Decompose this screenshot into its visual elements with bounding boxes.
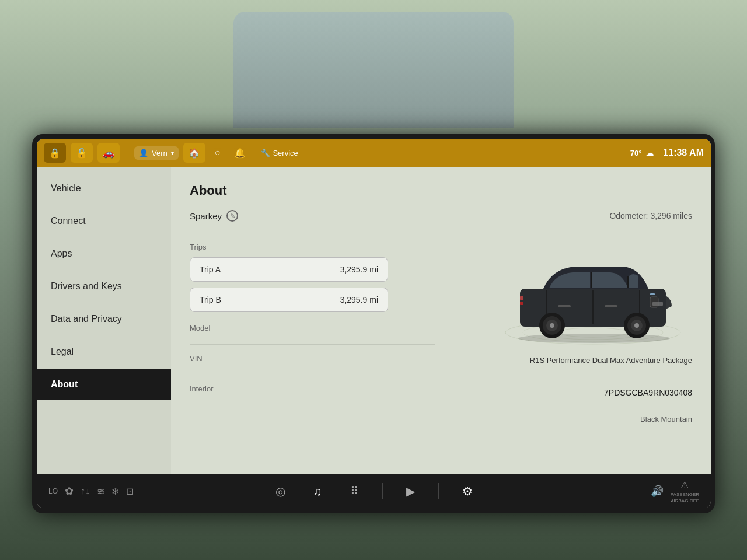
lock-button[interactable]: 🔒	[44, 143, 66, 163]
music-icon[interactable]: ♫	[309, 480, 327, 503]
sidebar-item-legal[interactable]: Legal	[37, 336, 171, 368]
settings-icon[interactable]: ⚙	[458, 480, 477, 503]
service-label: Service	[273, 149, 298, 158]
trip-a-value: 3,295.9 mi	[340, 265, 378, 274]
model-info-right: R1S Performance Dual Max Adventure Packa…	[530, 356, 692, 365]
apps-grid-icon[interactable]: ⠿	[345, 480, 364, 503]
bottom-right: 🔊 ⚠ PASSENGER AIRBAG OFF	[651, 480, 699, 503]
clock: 11:38 AM	[663, 148, 704, 158]
wrench-icon: 🔧	[261, 149, 270, 158]
bell-icon: 🔔	[234, 148, 246, 158]
volume-icon[interactable]: 🔊	[651, 485, 664, 498]
sidebar-item-connect[interactable]: Connect	[37, 205, 171, 237]
model-label: Model	[190, 324, 435, 332]
window-icon[interactable]: ⊡	[126, 486, 134, 497]
navigation-icon[interactable]: ◎	[271, 480, 290, 503]
svg-point-25	[518, 334, 670, 343]
lo-label: LO	[48, 487, 58, 495]
interior-value: Black Mountain	[640, 415, 692, 424]
home-button[interactable]: 🏠	[183, 143, 205, 163]
car-icon: 🚗	[103, 148, 114, 159]
svg-rect-20	[650, 293, 655, 295]
main-screen: 🔒 🔓 🚗 👤 Vern ▾ 🏠 ○ 🔔 🔧 Service 70° ☁	[37, 139, 711, 508]
weather-icon: ☁	[646, 149, 654, 158]
content-two-col: Trips Trip A 3,295.9 mi Trip B 3,295.9 m…	[190, 233, 692, 424]
airbag-warning: ⚠ PASSENGER AIRBAG OFF	[671, 480, 699, 503]
vin-label: VIN	[190, 354, 435, 363]
user-icon: 👤	[139, 149, 148, 158]
svg-rect-11	[605, 305, 617, 307]
trips-label: Trips	[190, 243, 435, 251]
car-button[interactable]: 🚗	[97, 143, 120, 163]
top-bar: 🔒 🔓 🚗 👤 Vern ▾ 🏠 ○ 🔔 🔧 Service 70° ☁	[37, 139, 711, 167]
trips-container: Trip A 3,295.9 mi Trip B 3,295.9 mi	[190, 257, 388, 312]
service-button[interactable]: 🔧 Service	[255, 146, 303, 160]
interior-label: Interior	[190, 384, 435, 393]
airbag-icon: ⚠	[680, 480, 689, 491]
svg-point-19	[634, 323, 639, 328]
main-content: Vehicle Connect Apps Drivers and Keys Da…	[37, 167, 711, 474]
svg-rect-23	[520, 302, 523, 305]
trip-b-value: 3,295.9 mi	[340, 295, 378, 304]
content-panel: About Sparkey ✎ Odometer: 3,296 miles Tr…	[171, 167, 711, 474]
sidebar-item-about[interactable]: About	[37, 369, 171, 400]
temp-display: 70°	[630, 149, 642, 158]
seat-heat-icon[interactable]: ≋	[97, 486, 104, 497]
svg-rect-10	[558, 305, 571, 307]
user-name: Vern	[152, 149, 167, 158]
car-image	[494, 239, 692, 350]
unlock-icon: 🔓	[76, 148, 88, 159]
search-icon: ○	[215, 148, 221, 158]
sidebar-item-drivers-keys[interactable]: Drivers and Keys	[37, 271, 171, 302]
sidebar: Vehicle Connect Apps Drivers and Keys Da…	[37, 167, 171, 474]
trip-b-label: Trip B	[200, 295, 221, 304]
content-left: Trips Trip A 3,295.9 mi Trip B 3,295.9 m…	[190, 233, 435, 424]
bottom-divider	[382, 483, 383, 499]
trip-a-label: Trip A	[200, 265, 221, 274]
interior-info-right: Black Mountain	[640, 415, 692, 424]
interior-row: Interior	[190, 384, 435, 405]
bell-button[interactable]: 🔔	[229, 145, 250, 161]
defrost-icon[interactable]: ❄	[111, 486, 119, 497]
trip-b-row[interactable]: Trip B 3,295.9 mi	[190, 288, 388, 312]
vin-info-right: 7PDSGCBA9RN030408	[604, 388, 692, 397]
divider-1	[127, 145, 127, 161]
vin-value: 7PDSGCBA9RN030408	[604, 388, 692, 397]
sparkey-text: Sparkey	[190, 211, 222, 221]
svg-rect-22	[520, 296, 523, 300]
fan-icon[interactable]: ✿	[65, 485, 74, 498]
camera-icon[interactable]: ▶	[402, 480, 420, 503]
model-row: Model	[190, 324, 435, 345]
page-title: About	[190, 183, 692, 198]
bottom-left: LO ✿ ↑↓ ≋ ❄ ⊡	[48, 485, 134, 498]
user-menu[interactable]: 👤 Vern ▾	[134, 146, 179, 160]
airbag-label2: AIRBAG OFF	[671, 498, 699, 503]
content-right: R1S Performance Dual Max Adventure Packa…	[447, 233, 693, 424]
bottom-bar: LO ✿ ↑↓ ≋ ❄ ⊡ ◎ ♫ ⠿ ▶ ⚙ 🔊 ⚠ PASSENGER AI…	[37, 474, 711, 508]
home-icon: 🏠	[189, 148, 200, 159]
lock-icon: 🔒	[49, 148, 61, 159]
hvac-icon[interactable]: ↑↓	[81, 486, 90, 496]
sparkey-row: Sparkey ✎ Odometer: 3,296 miles	[190, 210, 692, 222]
sparkey-info-icon[interactable]: ✎	[226, 210, 238, 222]
trip-a-row[interactable]: Trip A 3,295.9 mi	[190, 257, 388, 282]
sidebar-item-vehicle[interactable]: Vehicle	[37, 173, 171, 204]
svg-point-15	[550, 323, 554, 328]
bottom-divider-2	[438, 483, 439, 499]
search-button[interactable]: ○	[210, 145, 225, 160]
sparkey-label: Sparkey ✎	[190, 210, 238, 222]
odometer-display: Odometer: 3,296 miles	[609, 211, 692, 220]
model-value: R1S Performance Dual Max Adventure Packa…	[530, 356, 692, 365]
sidebar-item-data-privacy[interactable]: Data and Privacy	[37, 303, 171, 335]
sidebar-item-apps[interactable]: Apps	[37, 238, 171, 270]
svg-rect-24	[652, 302, 663, 306]
chevron-down-icon: ▾	[171, 150, 174, 156]
airbag-label1: PASSENGER	[671, 492, 699, 497]
vin-row: VIN	[190, 354, 435, 375]
unlock-button[interactable]: 🔓	[71, 143, 93, 163]
